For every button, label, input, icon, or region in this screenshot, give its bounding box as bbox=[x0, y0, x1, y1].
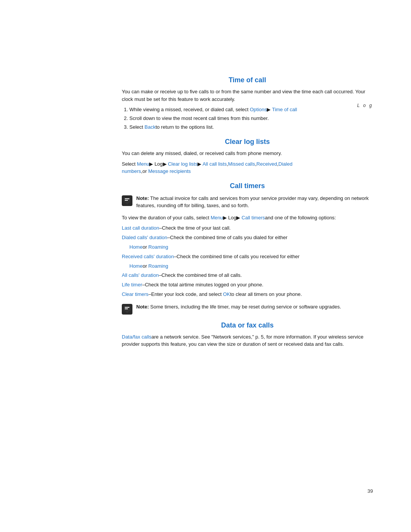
time-of-call-description: You can make or receive up to five calls… bbox=[122, 88, 373, 103]
note-2-text: Note: Some timers, including the life ti… bbox=[136, 303, 341, 311]
clear-log-instruction: Select Menu▶ Log▶ Clear log lists▶ All c… bbox=[122, 160, 373, 175]
step-1: While viewing a missed, received, or dia… bbox=[129, 106, 373, 114]
timer-item-all-calls: All calls' duration–Check the combined t… bbox=[122, 272, 373, 280]
link-time-of-call[interactable]: Time of call bbox=[272, 107, 297, 112]
note-1-content: The actual invoice for calls and service… bbox=[136, 195, 369, 209]
timer-dash-6: –Enter your lock code, and select bbox=[148, 291, 223, 297]
note-2-bold: Note: bbox=[136, 304, 149, 310]
data-fax-description: Data/fax callsare a network service. See… bbox=[122, 333, 373, 348]
step-3-text-after: to return to the options list. bbox=[156, 124, 214, 130]
timer-item-dialed: Dialed calls' duration–Check the combine… bbox=[122, 234, 373, 242]
link-roaming-1[interactable]: Roaming bbox=[148, 244, 168, 250]
section-call-timers: Call timers Note: The actual invoice for… bbox=[122, 182, 373, 315]
link-received-duration[interactable]: Received calls' duration bbox=[122, 254, 174, 259]
section-data-fax-calls: Data or fax calls Data/fax callsare a ne… bbox=[122, 321, 373, 348]
timer-dash-4: –Check the combined time of all calls. bbox=[159, 272, 242, 278]
link-clear-log-lists[interactable]: Clear log lists bbox=[168, 161, 198, 167]
section-clear-log-lists: Clear log lists You can delete any misse… bbox=[122, 138, 373, 175]
timer-dash-1: –Check the time of your last call. bbox=[159, 225, 231, 231]
note-icon-svg-1 bbox=[123, 197, 131, 205]
link-message-recipients[interactable]: Message recipients bbox=[148, 168, 191, 174]
step-1-text-before: While viewing a missed, received, or dia… bbox=[129, 107, 250, 112]
step-3-text-before: Select bbox=[129, 124, 145, 130]
svg-rect-3 bbox=[125, 200, 128, 201]
section-title-clear-log-lists: Clear log lists bbox=[122, 138, 373, 146]
link-menu-clear[interactable]: Menu bbox=[137, 161, 150, 167]
note-2-content: Some timers, including the life timer, m… bbox=[150, 304, 341, 310]
link-roaming-2[interactable]: Roaming bbox=[148, 263, 168, 269]
link-call-timers[interactable]: Call timers bbox=[242, 215, 265, 220]
section-title-data-fax: Data or fax calls bbox=[122, 321, 373, 329]
note-icon-2 bbox=[122, 304, 132, 315]
link-back[interactable]: Back bbox=[145, 124, 156, 130]
link-clear-timers[interactable]: Clear timers bbox=[122, 291, 148, 297]
timer-item-dialed-home: Homeor Roaming bbox=[122, 243, 373, 251]
time-of-call-steps: While viewing a missed, received, or dia… bbox=[129, 106, 373, 131]
svg-rect-7 bbox=[125, 308, 128, 309]
timer-item-received: Received calls' duration–Check the combi… bbox=[122, 253, 373, 261]
page: L o g Time of call You can make or recei… bbox=[0, 0, 411, 532]
timer-dash-2: –Check the combined time of calls you di… bbox=[167, 235, 288, 240]
svg-marker-5 bbox=[125, 311, 129, 313]
svg-rect-2 bbox=[125, 198, 129, 199]
call-timers-arrow: ▶ Log▶ bbox=[223, 215, 242, 220]
svg-marker-1 bbox=[125, 203, 129, 205]
link-data-fax-calls[interactable]: Data/fax calls bbox=[122, 334, 151, 340]
link-dialed-numbers-cont[interactable]: numbers bbox=[122, 168, 141, 174]
clear-log-instruction-before: Select bbox=[122, 161, 137, 167]
note-icon-svg-2 bbox=[123, 305, 131, 313]
clear-log-description: You can delete any missed, dialed, or re… bbox=[122, 150, 373, 157]
clear-log-or: ,or bbox=[141, 168, 148, 174]
step-2-text: Scroll down to view the most recent call… bbox=[129, 115, 269, 121]
timer-dash-6-after: to clear all timers on your phone. bbox=[230, 291, 302, 297]
timer-item-received-home: Homeor Roaming bbox=[122, 262, 373, 270]
link-home-2[interactable]: Home bbox=[129, 263, 143, 269]
svg-rect-6 bbox=[125, 307, 129, 308]
timer-or-2: or bbox=[143, 263, 148, 269]
note-1-bold: Note: bbox=[136, 195, 149, 201]
link-all-calls-duration[interactable]: All calls' duration bbox=[122, 272, 159, 278]
note-box-1: Note: The actual invoice for calls and s… bbox=[122, 195, 373, 209]
timer-item-last-call: Last call duration–Check the time of you… bbox=[122, 224, 373, 232]
clear-log-arrow1: ▶ Log▶ bbox=[149, 161, 168, 167]
timer-item-life: Life timer–Check the total airtime minut… bbox=[122, 281, 373, 289]
link-dialed-numbers[interactable]: Dialed bbox=[279, 161, 293, 167]
note-1-text: Note: The actual invoice for calls and s… bbox=[136, 195, 373, 209]
timer-dash-3: –Check the combined time of calls you re… bbox=[174, 254, 299, 259]
link-menu-timers[interactable]: Menu bbox=[210, 215, 223, 220]
log-label: L o g bbox=[357, 103, 373, 108]
call-timers-text2: and one of the following options: bbox=[265, 215, 336, 220]
note-box-2: Note: Some timers, including the life ti… bbox=[122, 303, 373, 315]
clear-log-arrow2: ▶ bbox=[198, 161, 202, 167]
step-3: Select Backto return to the options list… bbox=[129, 123, 373, 131]
link-all-call-lists[interactable]: All call lists bbox=[202, 161, 227, 167]
timer-item-clear: Clear timers–Enter your lock code, and s… bbox=[122, 291, 373, 299]
section-title-call-timers: Call timers bbox=[122, 182, 373, 190]
data-fax-text: are a network service. See "Network serv… bbox=[122, 334, 363, 347]
call-timers-instruction-before: To view the duration of your calls, sele… bbox=[122, 215, 210, 220]
link-last-call-duration[interactable]: Last call duration bbox=[122, 225, 159, 231]
note-icon-1 bbox=[122, 195, 132, 206]
link-home-1[interactable]: Home bbox=[129, 244, 143, 250]
timer-or-1: or bbox=[143, 244, 148, 250]
link-ok[interactable]: OK bbox=[223, 291, 230, 297]
page-number: 39 bbox=[368, 488, 373, 494]
section-time-of-call: Time of call You can make or receive up … bbox=[122, 76, 373, 131]
timer-dash-5: –Check the total airtime minutes logged … bbox=[142, 282, 263, 288]
link-dialed-duration[interactable]: Dialed calls' duration bbox=[122, 235, 167, 240]
section-title-time-of-call: Time of call bbox=[122, 76, 373, 84]
link-options[interactable]: Options bbox=[250, 107, 267, 112]
step-2: Scroll down to view the most recent call… bbox=[129, 115, 373, 123]
link-life-timer[interactable]: Life timer bbox=[122, 282, 142, 288]
step-1-arrow: ▶ bbox=[267, 107, 272, 112]
link-received[interactable]: Received bbox=[256, 161, 277, 167]
call-timers-instruction: To view the duration of your calls, sele… bbox=[122, 214, 373, 222]
link-missed-calls[interactable]: Missed calls bbox=[228, 161, 255, 167]
